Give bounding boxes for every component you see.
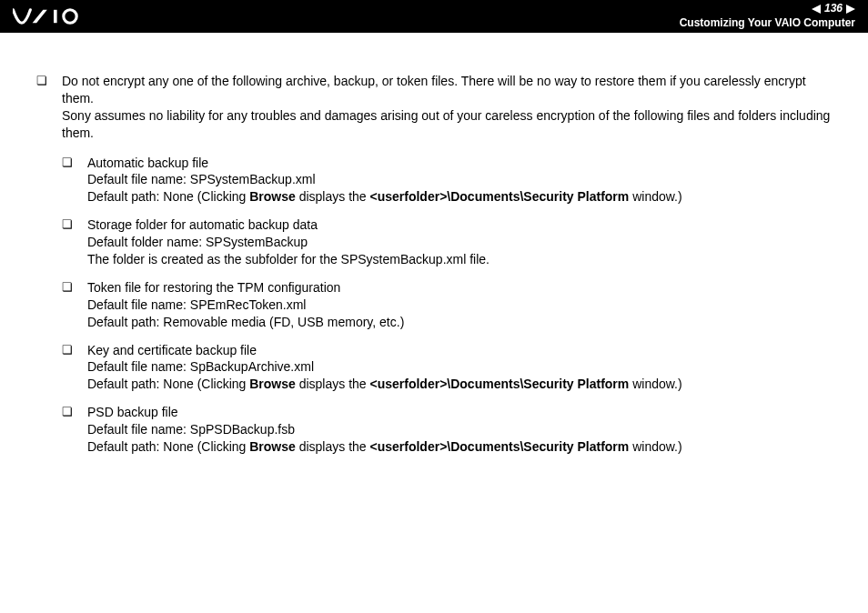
item-title: PSD backup file xyxy=(87,405,178,419)
list-item: Token file for restoring the TPM configu… xyxy=(62,279,841,331)
page-nav: 136 xyxy=(680,2,855,16)
header-right: 136 Customizing Your VAIO Computer xyxy=(680,2,855,30)
svg-point-1 xyxy=(64,10,76,23)
item-line3-b1: Browse xyxy=(249,439,296,454)
item-line3-pre: Default path: None (Clicking xyxy=(87,189,249,204)
item-line3-post: window.) xyxy=(629,189,681,204)
item-line3-b1: Browse xyxy=(249,377,296,391)
item-line3-b1: Browse xyxy=(249,189,296,204)
item-line3-pre: Default path: None (Clicking xyxy=(87,377,249,391)
item-line3-post: window.) xyxy=(629,439,681,454)
item-line2: Default file name: SpBackupArchive.xml xyxy=(87,359,314,374)
item-line2: Default file name: SPSystemBackup.xml xyxy=(87,172,316,186)
vaio-logo xyxy=(13,8,95,25)
item-line3-b2: <userfolder>\Documents\Security Platform xyxy=(370,377,630,391)
item-line3-b2: <userfolder>\Documents\Security Platform xyxy=(370,439,630,454)
item-line2: Default file name: SpPSDBackup.fsb xyxy=(87,422,295,437)
item-line3-mid: displays the xyxy=(296,377,370,391)
svg-rect-0 xyxy=(54,10,57,23)
prev-page-icon[interactable] xyxy=(812,5,821,14)
item-line2: Default file name: SPEmRecToken.xml xyxy=(87,297,306,312)
item-line2: Default folder name: SPSystemBackup xyxy=(87,235,308,249)
item-line3-mid: displays the xyxy=(296,189,370,204)
page-number: 136 xyxy=(824,2,843,16)
item-title: Key and certificate backup file xyxy=(87,343,257,357)
item-line3-post: window.) xyxy=(629,377,681,391)
item-line3: Default path: Removable media (FD, USB m… xyxy=(87,315,404,329)
item-line3-mid: displays the xyxy=(296,439,370,454)
next-page-icon[interactable] xyxy=(846,5,855,14)
list-item: PSD backup file Default file name: SpPSD… xyxy=(62,404,841,456)
main-warning-item: Do not encrypt any one of the following … xyxy=(36,73,841,456)
item-line3-pre: Default path: None (Clicking xyxy=(87,439,249,454)
intro-line1: Do not encrypt any one of the following … xyxy=(62,74,806,106)
intro-line2: Sony assumes no liability for any troubl… xyxy=(62,108,830,140)
page-header: 136 Customizing Your VAIO Computer xyxy=(0,0,868,33)
sub-list: Automatic backup file Default file name:… xyxy=(62,155,841,456)
list-item: Storage folder for automatic backup data… xyxy=(62,216,841,268)
item-title: Storage folder for automatic backup data xyxy=(87,217,318,232)
item-line3-b2: <userfolder>\Documents\Security Platform xyxy=(370,189,630,204)
content: Do not encrypt any one of the following … xyxy=(0,33,868,456)
list-item: Automatic backup file Default file name:… xyxy=(62,155,841,206)
item-line3: The folder is created as the subfolder f… xyxy=(87,252,490,266)
breadcrumb: Customizing Your VAIO Computer xyxy=(680,16,855,31)
list-item: Key and certificate backup file Default … xyxy=(62,342,841,394)
item-title: Automatic backup file xyxy=(87,156,208,170)
item-title: Token file for restoring the TPM configu… xyxy=(87,280,340,295)
